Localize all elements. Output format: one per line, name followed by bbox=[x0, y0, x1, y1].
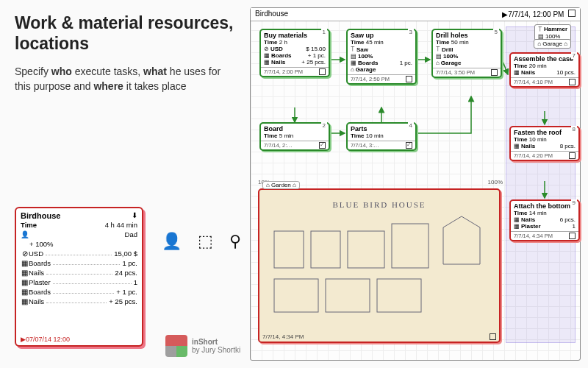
task-card[interactable]: 8Fasten the roofTime 10 min▦Nails 8 pcs.… bbox=[509, 126, 580, 161]
resource-type-icons: 👤 ⬚ ⚲ bbox=[162, 232, 247, 251]
brand: inShortby Jury Shortki bbox=[165, 335, 240, 357]
blueprint-location: ⌂ Garden ⌂ bbox=[262, 181, 300, 189]
summary-row: ▦Nails+ 25 pcs. bbox=[16, 297, 142, 306]
svg-rect-3 bbox=[392, 224, 429, 268]
person-icon: 👤 bbox=[21, 230, 29, 238]
expand-icon[interactable]: ⬇ bbox=[132, 211, 137, 220]
blueprint-title: BLUE BIRD HOUSE bbox=[259, 190, 499, 209]
summary-title: Birdhouse bbox=[21, 211, 60, 220]
task-card[interactable]: 5Drill holesTime 50 min⟙Drill ▤100% ⌂Gar… bbox=[431, 29, 502, 78]
task-card[interactable]: 4PartsTime 10 min7/7/14, 3:… bbox=[346, 122, 417, 151]
blueprint-checkbox[interactable] bbox=[490, 333, 496, 340]
svg-rect-4 bbox=[274, 279, 318, 312]
task-card[interactable]: 2BoardTime 5 min7/7/14, 2:… bbox=[259, 122, 330, 151]
location-garage[interactable]: ⌂ Garage ⌂ bbox=[534, 39, 571, 49]
diagram-title: Birdhouse bbox=[255, 10, 288, 19]
summary-row: ▦Boards+ 1 pc. bbox=[16, 287, 142, 297]
diagram-canvas[interactable]: Birdhouse ▶7/7/14, 12:00 PM ⟙ Hammer▤ 10… bbox=[250, 7, 581, 361]
task-card[interactable]: 7Assemble the caseTime 20 min▦Nails 10 p… bbox=[509, 52, 580, 88]
summary-row: ▦Boards1 pc. bbox=[16, 258, 142, 268]
task-card[interactable]: 1Buy materialsTime 2 h⊘USD $ 15.00▦Board… bbox=[259, 29, 330, 77]
svg-rect-0 bbox=[274, 231, 304, 268]
summary-row: ⊘USD15,00 $ bbox=[16, 249, 142, 258]
svg-rect-6 bbox=[377, 279, 421, 312]
task-card[interactable]: 9Attach the bottomTime 14 min▦Nails 6 pc… bbox=[509, 199, 580, 241]
brand-logo-icon bbox=[165, 335, 187, 357]
diagram-date: ▶7/7/14, 12:00 PM bbox=[502, 10, 564, 18]
summary-row: ▦Nails24 pcs. bbox=[16, 268, 142, 277]
marketing-headline: Work & material resources, locations bbox=[15, 13, 235, 54]
svg-rect-1 bbox=[311, 231, 340, 268]
summary-row: ▦Plaster1 bbox=[16, 277, 142, 287]
marketing-subtext: Specify who execute tasks, what he uses … bbox=[15, 65, 235, 93]
summary-date: ▶07/07/14 12:00 bbox=[21, 336, 70, 343]
svg-rect-2 bbox=[348, 231, 384, 268]
blueprint-card[interactable]: ⌂ Garden ⌂ BLUE BIRD HOUSE 7/7/14, 4:34 … bbox=[258, 188, 501, 343]
svg-rect-5 bbox=[326, 279, 370, 312]
task-card[interactable]: 3Saw upTime 45 min⟙Saw ▤100% ▦Boards 1 p… bbox=[346, 29, 417, 85]
summary-card[interactable]: Birdhouse ⬇ Time 4 h 44 min 👤Dad + 100% … bbox=[15, 207, 143, 347]
diagram-checkbox[interactable] bbox=[568, 10, 576, 17]
blueprint-drawing bbox=[259, 209, 499, 319]
